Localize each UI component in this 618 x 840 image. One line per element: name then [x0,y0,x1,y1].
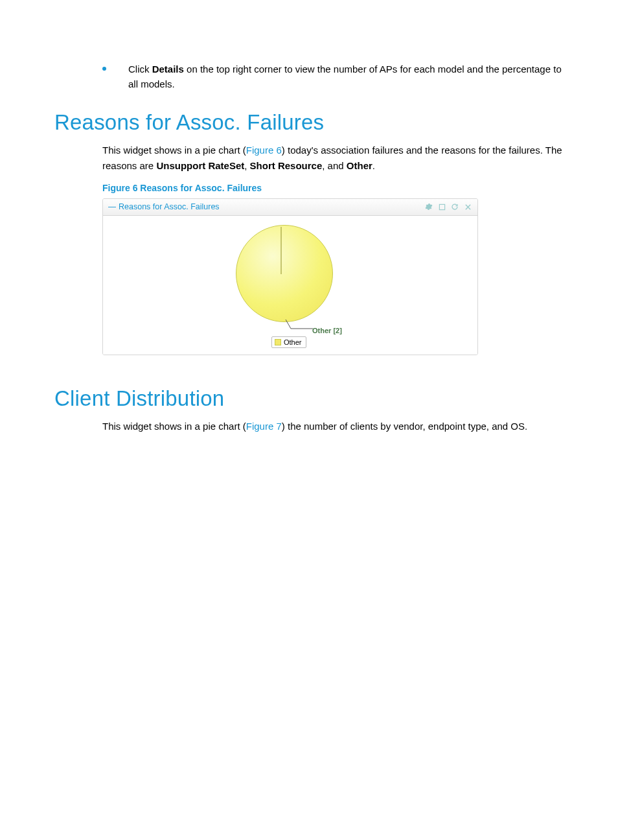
widget-header: — Reasons for Assoc. Failures [103,199,477,216]
pie-divider-line [280,227,282,274]
refresh-icon[interactable] [450,202,459,211]
chart-legend: Other [271,336,306,348]
para1-bold2: Short Resource [250,160,323,171]
widget-title: Reasons for Assoc. Failures [119,202,220,211]
pie-chart [236,225,333,322]
figure7-link[interactable]: Figure 7 [246,421,282,432]
para2-end: ) the number of clients by vendor, endpo… [282,421,527,432]
collapse-icon[interactable]: — [108,202,116,211]
figure6-link[interactable]: Figure 6 [246,145,282,156]
bullet-dot-icon [102,67,106,71]
bullet-list-item: Click Details on the top right corner to… [54,62,564,92]
para1-sep1: , [244,160,249,171]
widget-body: Other [2] Other [103,216,477,355]
section-heading-client-distribution: Client Distribution [54,386,564,411]
pie-slice-other [236,225,333,322]
para1-bold1: Unsupport RateSet [156,160,244,171]
para1-bold3: Other [347,160,372,171]
pie-callout-label: Other [2] [312,327,342,334]
figure6-caption: Figure 6 Reasons for Assoc. Failures [102,183,564,193]
gear-icon[interactable] [424,202,433,211]
para2-pre: This widget shows in a pie chart ( [102,421,246,432]
legend-swatch-other [275,339,281,345]
bullet-prefix: Click [128,64,152,75]
bullet-text: Click Details on the top right corner to… [128,62,564,92]
bullet-rest: on the top right corner to view the numb… [128,64,562,89]
para1-sep2: , and [322,160,347,171]
section-heading-reasons: Reasons for Assoc. Failures [54,110,564,135]
widget-panel: — Reasons for Assoc. Failures [102,198,478,355]
section2-paragraph: This widget shows in a pie chart (Figure… [102,419,564,434]
para1-end: . [372,160,375,171]
close-icon[interactable] [463,202,472,211]
maximize-icon[interactable] [437,202,446,211]
svg-rect-0 [439,204,444,209]
bullet-bold: Details [152,64,184,75]
legend-label-other: Other [284,338,302,346]
section1-paragraph: This widget shows in a pie chart (Figure… [102,143,564,174]
para1-pre: This widget shows in a pie chart ( [102,145,246,156]
